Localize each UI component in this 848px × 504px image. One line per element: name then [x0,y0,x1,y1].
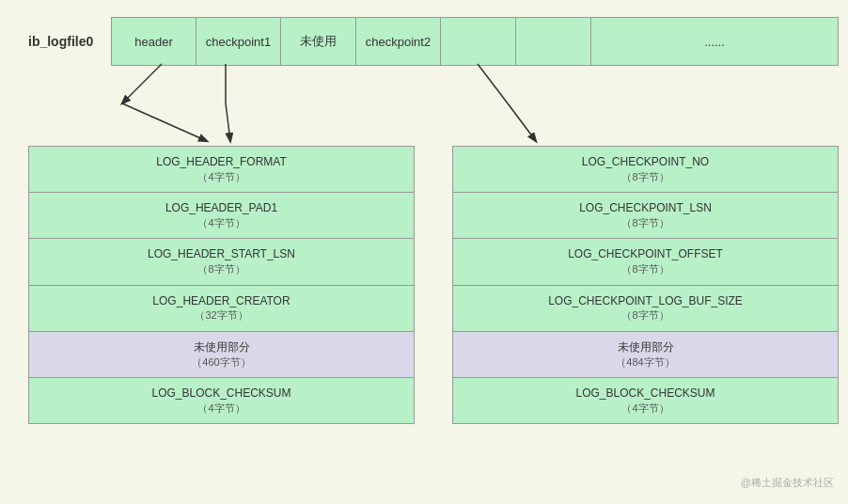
right-row-1: LOG_CHECKPOINT_LSN （8字节） [453,193,838,239]
left-row-4-size: （460字节） [35,355,408,370]
segment-dots: ...... [591,18,838,65]
left-row-2: LOG_HEADER_START_LSN （8字节） [29,239,414,285]
right-row-5-name: LOG_BLOCK_CHECKSUM [459,386,832,402]
right-row-3-name: LOG_CHECKPOINT_LOG_BUF_SIZE [459,293,832,309]
segment-blank1 [441,18,516,65]
left-row-4-name: 未使用部分 [35,339,408,355]
left-row-0-name: LOG_HEADER_FORMAT [35,154,408,170]
left-row-1-name: LOG_HEADER_PAD1 [35,200,408,216]
diagram-container: ib_logfile0 header checkpoint1 未使用 check… [0,0,848,504]
left-row-1-size: （4字节） [35,216,408,230]
left-row-0-size: （4字节） [35,170,408,184]
left-row-2-name: LOG_HEADER_START_LSN [35,246,408,262]
left-row-4: 未使用部分 （460字节） [29,332,414,378]
segment-checkpoint2: checkpoint2 [356,18,441,65]
right-row-4-size: （484字节） [459,355,832,370]
right-row-5: LOG_BLOCK_CHECKSUM （4字节） [453,378,838,423]
left-row-5: LOG_BLOCK_CHECKSUM （4字节） [29,378,414,423]
ib-label: ib_logfile0 [28,34,103,49]
right-row-2: LOG_CHECKPOINT_OFFSET （8字节） [453,239,838,285]
top-row: ib_logfile0 header checkpoint1 未使用 check… [28,17,839,66]
svg-line-5 [508,103,536,141]
segments-row: header checkpoint1 未使用 checkpoint2 .....… [111,17,839,66]
right-row-2-size: （8字节） [459,262,832,276]
right-row-1-size: （8字节） [459,216,832,230]
left-row-1: LOG_HEADER_PAD1 （4字节） [29,193,414,239]
left-row-5-name: LOG_BLOCK_CHECKSUM [35,386,408,402]
bottom-boxes: LOG_HEADER_FORMAT （4字节） LOG_HEADER_PAD1 … [28,146,839,424]
right-row-0: LOG_CHECKPOINT_NO （8字节） [453,147,838,193]
svg-line-4 [478,64,508,103]
right-row-3: LOG_CHECKPOINT_LOG_BUF_SIZE （8字节） [453,286,838,332]
left-row-3-size: （32字节） [35,308,408,323]
segment-unused: 未使用 [281,18,356,65]
svg-line-0 [122,64,162,103]
segment-header: header [112,18,196,65]
right-row-2-name: LOG_CHECKPOINT_OFFSET [459,246,832,262]
left-row-3-name: LOG_HEADER_CREATOR [35,293,408,309]
svg-line-3 [226,103,230,141]
left-row-3: LOG_HEADER_CREATOR （32字节） [29,286,414,332]
right-row-4: 未使用部分 （484字节） [453,332,838,378]
right-row-0-size: （8字节） [459,170,832,184]
right-row-0-name: LOG_CHECKPOINT_NO [459,154,832,170]
left-row-5-size: （4字节） [35,402,408,416]
right-row-1-name: LOG_CHECKPOINT_LSN [459,200,832,216]
left-detail-box: LOG_HEADER_FORMAT （4字节） LOG_HEADER_PAD1 … [28,146,415,424]
segment-checkpoint1: checkpoint1 [196,18,281,65]
segment-blank2 [516,18,591,65]
svg-line-1 [122,103,207,141]
right-row-4-name: 未使用部分 [459,339,832,355]
right-row-3-size: （8字节） [459,308,832,323]
left-row-2-size: （8字节） [35,262,408,276]
right-detail-box: LOG_CHECKPOINT_NO （8字节） LOG_CHECKPOINT_L… [452,146,839,424]
watermark: @稀土掘金技术社区 [741,476,834,490]
left-row-0: LOG_HEADER_FORMAT （4字节） [29,147,414,193]
right-row-5-size: （4字节） [459,402,832,416]
